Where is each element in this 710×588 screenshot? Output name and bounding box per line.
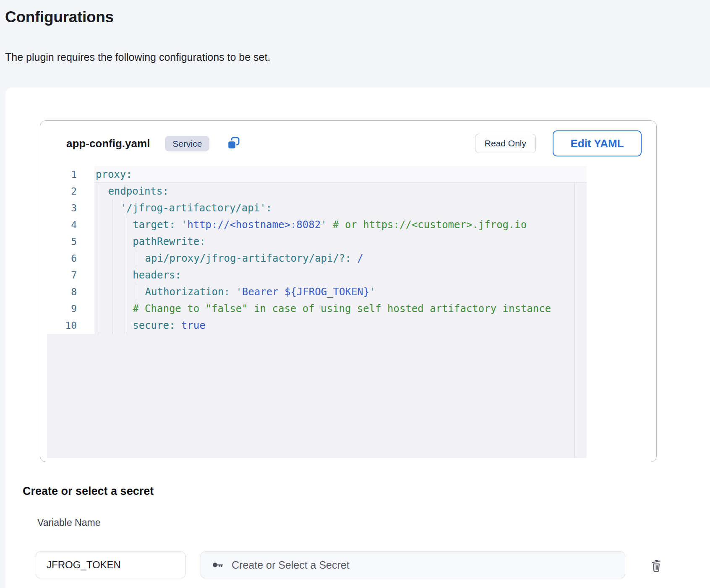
code-line: 5pathRewrite: (47, 233, 587, 250)
yaml-editor[interactable]: 1proxy:2endpoints:3'/jfrog-artifactory/a… (47, 166, 587, 458)
copy-icon (226, 136, 241, 151)
edit-yaml-button[interactable]: Edit YAML (553, 130, 642, 156)
copy-button[interactable] (226, 136, 241, 151)
code-line: 2endpoints: (47, 183, 587, 200)
line-number: 6 (47, 250, 94, 267)
line-number: 5 (47, 233, 94, 250)
line-number: 1 (47, 166, 94, 183)
line-number: 4 (47, 216, 94, 233)
code-line: 10secure: true (47, 317, 587, 334)
service-badge: Service (165, 136, 209, 151)
line-content: pathRewrite: (94, 233, 206, 250)
line-number: 3 (47, 200, 94, 216)
line-number: 2 (47, 183, 94, 200)
page-title: Configurations (5, 8, 114, 26)
line-content: endpoints: (94, 183, 169, 200)
page-subtitle: The plugin requires the following config… (5, 51, 270, 63)
variable-name-input[interactable] (36, 552, 185, 578)
read-only-button[interactable]: Read Only (475, 134, 536, 153)
line-number: 10 (47, 317, 94, 334)
secret-select-input[interactable] (231, 559, 614, 572)
line-number: 9 (47, 300, 94, 317)
file-name: app-config.yaml (66, 137, 150, 150)
trash-icon (649, 558, 663, 573)
line-content: proxy: (94, 166, 132, 183)
delete-secret-button[interactable] (648, 557, 665, 574)
code-line: 9# Change to "false" in case of using se… (47, 300, 587, 317)
secret-select-field[interactable] (201, 552, 625, 578)
line-content: # Change to "false" in case of using sel… (94, 300, 551, 317)
variable-name-label: Variable Name (37, 517, 100, 528)
line-content: secure: true (94, 317, 206, 334)
line-number: 7 (47, 267, 94, 284)
configurations-page: Configurations The plugin requires the f… (0, 0, 710, 588)
code-line: 1proxy: (47, 166, 587, 183)
line-content: target: 'http://<hostname>:8082' # or ht… (94, 216, 527, 233)
code-line: 4target: 'http://<hostname>:8082' # or h… (47, 216, 587, 233)
config-file-card: app-config.yaml Service Read Only Edit Y… (40, 120, 657, 462)
code-line: 6api/proxy/jfrog-artifactory/api/?: / (47, 250, 587, 267)
line-content: headers: (94, 267, 181, 284)
code-line: 3'/jfrog-artifactory/api': (47, 200, 587, 216)
code-line: 8Authorization: 'Bearer ${JFROG_TOKEN}' (47, 284, 587, 300)
code-line: 7headers: (47, 267, 587, 284)
line-content: api/proxy/jfrog-artifactory/api/?: / (94, 250, 363, 267)
key-icon (211, 559, 224, 570)
config-file-header: app-config.yaml Service Read Only Edit Y… (40, 121, 656, 166)
line-content: '/jfrog-artifactory/api': (94, 200, 272, 216)
code-lines: 1proxy:2endpoints:3'/jfrog-artifactory/a… (47, 166, 587, 334)
line-content: Authorization: 'Bearer ${JFROG_TOKEN}' (94, 284, 376, 300)
secret-section-heading: Create or select a secret (23, 485, 154, 498)
line-number: 8 (47, 284, 94, 300)
